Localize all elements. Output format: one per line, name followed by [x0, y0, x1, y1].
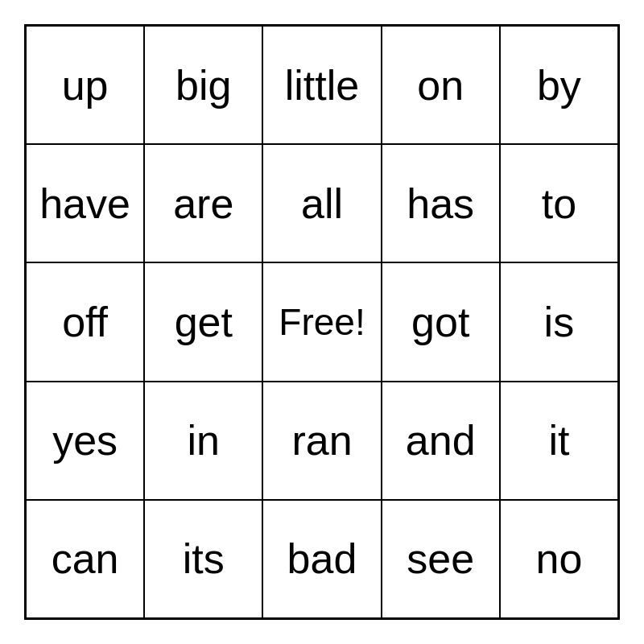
- cell-r2c2[interactable]: Free!: [262, 262, 381, 381]
- cell-r4c4[interactable]: no: [500, 500, 618, 618]
- cell-r4c2[interactable]: bad: [262, 500, 381, 618]
- cell-r2c1[interactable]: get: [144, 262, 262, 381]
- cell-r1c1[interactable]: are: [144, 144, 262, 262]
- cell-r0c0[interactable]: up: [26, 26, 144, 144]
- cell-r0c1[interactable]: big: [144, 26, 262, 144]
- cell-r0c3[interactable]: on: [382, 26, 500, 144]
- cell-r1c4[interactable]: to: [500, 144, 618, 262]
- cell-r2c4[interactable]: is: [500, 262, 618, 381]
- cell-r3c2[interactable]: ran: [262, 382, 381, 500]
- cell-r1c0[interactable]: have: [26, 144, 144, 262]
- cell-r1c2[interactable]: all: [262, 144, 381, 262]
- cell-r4c0[interactable]: can: [26, 500, 144, 618]
- bingo-card: upbiglittleonbyhaveareallhastooffgetFree…: [24, 24, 620, 620]
- cell-r0c4[interactable]: by: [500, 26, 618, 144]
- cell-r2c0[interactable]: off: [26, 262, 144, 381]
- cell-r3c1[interactable]: in: [144, 382, 262, 500]
- cell-r3c0[interactable]: yes: [26, 382, 144, 500]
- cell-r1c3[interactable]: has: [382, 144, 500, 262]
- cell-r4c3[interactable]: see: [382, 500, 500, 618]
- cell-r3c3[interactable]: and: [382, 382, 500, 500]
- cell-r0c2[interactable]: little: [262, 26, 381, 144]
- cell-r4c1[interactable]: its: [144, 500, 262, 618]
- cell-r3c4[interactable]: it: [500, 382, 618, 500]
- cell-r2c3[interactable]: got: [382, 262, 500, 381]
